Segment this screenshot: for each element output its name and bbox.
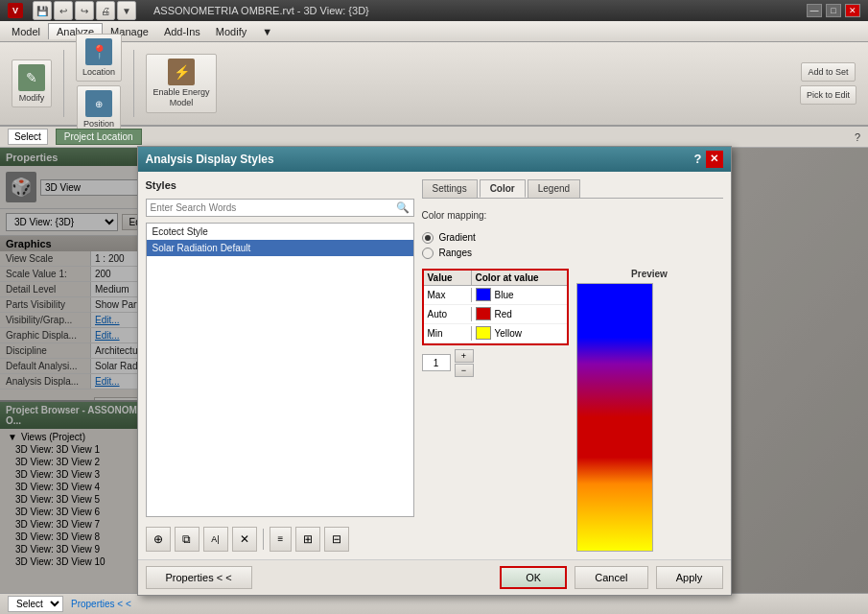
counter-box: 1 bbox=[422, 354, 451, 371]
radio-group-color: Gradient Ranges bbox=[422, 228, 723, 263]
search-input[interactable] bbox=[151, 202, 392, 213]
ribbon-btn-modify[interactable]: ✎ Modify bbox=[12, 59, 52, 107]
style-item-solar[interactable]: Solar Radiation Default bbox=[147, 240, 413, 256]
quick-redo-btn[interactable]: ↪ bbox=[75, 1, 94, 20]
quick-save-btn[interactable]: 💾 bbox=[33, 1, 52, 20]
help-question-btn[interactable]: ? bbox=[855, 131, 860, 143]
dialog-body: Styles 🔍 Ecotect Style Solar Radiation D… bbox=[138, 172, 731, 559]
title-bar: V 💾 ↩ ↪ 🖨 ▼ ASSONOMETRIA OMBRE.rvt - 3D … bbox=[0, 0, 868, 21]
ribbon-group-energy: ⚡ Enable Energy Model bbox=[138, 42, 224, 125]
properties-btn[interactable]: Properties < < bbox=[146, 566, 252, 589]
ribbon-btn-location-label: Location bbox=[82, 67, 115, 77]
color-mapping-label: Color mapping: bbox=[422, 210, 723, 221]
dialog-question-btn[interactable]: ? bbox=[694, 152, 702, 166]
close-btn[interactable]: ✕ bbox=[845, 4, 860, 17]
dialog-title: Analysis Display Styles bbox=[146, 153, 274, 166]
tab-settings[interactable]: Settings bbox=[422, 179, 478, 198]
styles-view-list-btn[interactable]: ≡ bbox=[270, 527, 293, 552]
toolbar-sep bbox=[263, 529, 264, 550]
counter-row: 1 + − bbox=[422, 349, 569, 377]
color-name-min: Yellow bbox=[495, 328, 523, 339]
quick-print-btn[interactable]: 🖨 bbox=[96, 1, 115, 20]
cell-color-max[interactable]: Blue bbox=[472, 286, 567, 303]
dialog-left-panel: Styles 🔍 Ecotect Style Solar Radiation D… bbox=[146, 179, 414, 552]
ribbon-group-location: 📍 Location ⊕ Position bbox=[68, 42, 129, 125]
window-controls: — □ ✕ bbox=[807, 4, 860, 17]
radio-ranges[interactable]: Ranges bbox=[422, 248, 723, 259]
menu-addins[interactable]: Add-Ins bbox=[156, 24, 208, 39]
styles-view-grid-btn[interactable]: ⊞ bbox=[295, 527, 320, 552]
color-row-min: Min Yellow bbox=[424, 324, 567, 343]
main-area: Properties ✕ 🎲 3D View ▼ 3D View: {3D} E… bbox=[0, 148, 868, 593]
dialog-styles-toolbar: ⊕ ⧉ A| ✕ ≡ ⊞ ⊟ bbox=[146, 523, 414, 552]
color-swatch-max[interactable] bbox=[476, 288, 491, 301]
color-row-auto: Auto Red bbox=[424, 305, 567, 324]
window-title: ASSONOMETRIA OMBRE.rvt - 3D View: {3D} bbox=[153, 5, 369, 16]
styles-view-tiles-btn[interactable]: ⊟ bbox=[324, 527, 349, 552]
ribbon-btn-energy[interactable]: ⚡ Enable Energy Model bbox=[146, 54, 217, 113]
select-dropdown[interactable]: Select bbox=[8, 129, 48, 145]
picktoedit-label: Pick to Edit bbox=[807, 90, 850, 100]
cell-value-max: Max bbox=[424, 288, 472, 302]
ribbon: ✎ Modify 📍 Location ⊕ Position ⚡ Enable … bbox=[0, 42, 868, 127]
maximize-btn[interactable]: □ bbox=[826, 4, 841, 17]
status-select[interactable]: Select bbox=[8, 596, 63, 612]
radio-ranges-label: Ranges bbox=[439, 248, 472, 258]
ribbon-btn-addtoset[interactable]: Add to Set bbox=[801, 62, 855, 82]
app-logo: V bbox=[8, 3, 23, 18]
status-bar: Select Properties < < bbox=[0, 593, 868, 614]
preview-label: Preview bbox=[576, 269, 723, 279]
menu-more[interactable]: ▼ bbox=[254, 24, 280, 39]
addtoset-label: Add to Set bbox=[808, 67, 848, 77]
counter-minus-btn[interactable]: − bbox=[455, 364, 474, 377]
location-icon: 📍 bbox=[85, 38, 112, 65]
col-header-color: Color at value bbox=[472, 271, 567, 285]
minimize-btn[interactable]: — bbox=[807, 4, 822, 17]
color-row-max: Max Blue bbox=[424, 286, 567, 305]
quick-undo-btn[interactable]: ↩ bbox=[54, 1, 73, 20]
dialog-apply-btn[interactable]: Apply bbox=[656, 566, 723, 589]
tab-color[interactable]: Color bbox=[480, 179, 526, 198]
menu-model[interactable]: Model bbox=[4, 24, 48, 39]
styles-rename-btn[interactable]: A| bbox=[203, 527, 228, 552]
quick-access-toolbar: 💾 ↩ ↪ 🖨 ▼ bbox=[29, 1, 140, 20]
color-swatch-auto[interactable] bbox=[476, 307, 491, 320]
ribbon-btn-energy-label: Enable Energy Model bbox=[152, 87, 210, 108]
ribbon-btn-position[interactable]: ⊕ Position bbox=[77, 85, 121, 133]
cell-color-auto[interactable]: Red bbox=[472, 305, 567, 322]
style-item-ecotect[interactable]: Ecotect Style bbox=[147, 224, 413, 240]
ribbon-sep2 bbox=[133, 50, 134, 117]
color-swatch-min[interactable] bbox=[476, 326, 491, 340]
radio-gradient-circle bbox=[422, 232, 434, 244]
styles-delete-btn[interactable]: ✕ bbox=[232, 527, 257, 552]
quick-more-btn[interactable]: ▼ bbox=[117, 1, 136, 20]
cell-color-min[interactable]: Yellow bbox=[472, 324, 567, 342]
counter-plus-btn[interactable]: + bbox=[455, 349, 474, 363]
modal-overlay: Analysis Display Styles ? ✕ Styles 🔍 Eco… bbox=[0, 148, 868, 593]
styles-new-btn[interactable]: ⊕ bbox=[146, 527, 171, 552]
ribbon-btn-position-label: Position bbox=[83, 119, 114, 129]
ribbon-btn-picktoedit[interactable]: Pick to Edit bbox=[800, 85, 856, 105]
color-table-header: Value Color at value bbox=[424, 271, 567, 286]
ribbon-btn-modify-label: Modify bbox=[19, 93, 45, 103]
search-box: 🔍 bbox=[146, 199, 414, 217]
modify-icon: ✎ bbox=[18, 64, 45, 91]
ribbon-btn-location[interactable]: 📍 Location bbox=[76, 34, 122, 82]
dialog-footer: Properties < < OK Cancel Apply bbox=[138, 559, 731, 595]
title-bar-left: V 💾 ↩ ↪ 🖨 ▼ ASSONOMETRIA OMBRE.rvt - 3D … bbox=[8, 1, 369, 20]
radio-gradient[interactable]: Gradient bbox=[422, 232, 723, 244]
ok-btn[interactable]: OK bbox=[500, 566, 567, 589]
project-location-btn[interactable]: Project Location bbox=[56, 129, 142, 145]
status-properties[interactable]: Properties < < bbox=[71, 599, 131, 609]
cancel-btn[interactable]: Cancel bbox=[575, 566, 647, 589]
menu-modify[interactable]: Modify bbox=[208, 24, 254, 39]
ribbon-group-right: Add to Set Pick to Edit bbox=[792, 42, 864, 125]
dialog-close-btn[interactable]: ✕ bbox=[706, 151, 723, 168]
tab-legend[interactable]: Legend bbox=[528, 179, 580, 198]
styles-duplicate-btn[interactable]: ⧉ bbox=[175, 527, 199, 552]
tabs: Settings Color Legend bbox=[422, 179, 723, 199]
analysis-display-styles-dialog: Analysis Display Styles ? ✕ Styles 🔍 Eco… bbox=[137, 146, 732, 596]
energy-icon: ⚡ bbox=[168, 59, 195, 85]
position-icon: ⊕ bbox=[85, 90, 112, 117]
menu-bar: Model Analyze Manage Add-Ins Modify ▼ bbox=[0, 21, 868, 42]
